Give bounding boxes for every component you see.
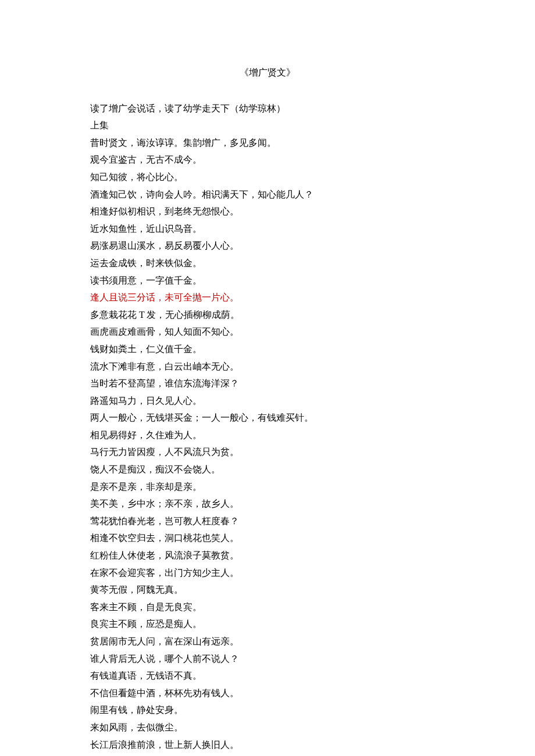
text-line: 画虎画皮难画骨，知人知面不知心。	[90, 323, 445, 341]
text-line: 长江后浪推前浪，世上新人换旧人。	[90, 736, 445, 754]
text-line: 闹里有钱，静处安身。	[90, 701, 445, 719]
text-line: 路遥知马力，日久见人心。	[90, 392, 445, 410]
text-line: 相见易得好，久住难为人。	[90, 427, 445, 444]
text-line: 饶人不是痴汉，痴汉不会饶人。	[90, 461, 445, 478]
text-line: 谁人背后无人说，哪个人前不说人？	[90, 650, 445, 668]
text-line: 相逢好似初相识，到老终无怨恨心。	[90, 203, 445, 220]
text-line: 红粉佳人休使老，风流浪子莫教贫。	[90, 547, 445, 564]
text-line: 两人一般心，无钱堪买金；一人一般心，有钱难买针。	[90, 409, 445, 427]
text-line: 近水知鱼性，近山识鸟音。	[90, 220, 445, 238]
text-line: 客来主不顾，自是无良宾。	[90, 599, 445, 616]
text-line: 黄芩无假，阿魏无真。	[90, 581, 445, 599]
text-line: 运去金成铁，时来铁似金。	[90, 255, 445, 272]
text-line: 良宾主不顾，应恐是痴人。	[90, 615, 445, 633]
text-line: 易涨易退山溪水，易反易覆小人心。	[90, 237, 445, 255]
text-line: 读书须用意，一字值千金。	[90, 272, 445, 289]
text-line: 不信但看筵中酒，杯杯先劝有钱人。	[90, 685, 445, 702]
document-title: 《增广贤文》	[90, 64, 445, 81]
text-line: 有钱道真语，无钱语不真。	[90, 667, 445, 685]
text-line: 昔时贤文，诲汝谆谆。集韵增广，多见多闻。	[90, 134, 445, 152]
text-line: 逢人且说三分话，未可全抛一片心。	[90, 289, 445, 306]
text-line: 莺花犹怕春光老，岂可教人枉度春？	[90, 513, 445, 530]
text-line: 钱财如粪土，仁义值千金。	[90, 341, 445, 358]
text-line: 在家不会迎宾客，出门方知少主人。	[90, 564, 445, 582]
text-line: 是亲不是亲，非亲却是亲。	[90, 478, 445, 496]
text-line: 相逢不饮空归去，洞口桃花也笑人。	[90, 529, 445, 547]
text-line: 上集	[90, 117, 445, 134]
text-line: 酒逢知己饮，诗向会人吟。相识满天下，知心能几人？	[90, 186, 445, 203]
text-line: 读了增广会说话，读了幼学走天下（幼学琼林）	[90, 100, 445, 117]
text-line: 美不美，乡中水；亲不亲，故乡人。	[90, 495, 445, 513]
text-line: 当时若不登高望，谁信东流海洋深？	[90, 375, 445, 392]
text-line: 马行无力皆因瘦，人不风流只为贫。	[90, 443, 445, 461]
document-page: 《增广贤文》 读了增广会说话，读了幼学走天下（幼学琼林）上集昔时贤文，诲汝谆谆。…	[0, 0, 535, 756]
text-line: 多意栽花花 T 发，无心插柳柳成荫。	[90, 306, 445, 324]
text-line: 贫居闹市无人问，富在深山有远亲。	[90, 633, 445, 650]
text-line: 知己知彼，将心比心。	[90, 169, 445, 186]
text-line: 观今宜鉴古，无古不成今。	[90, 151, 445, 169]
text-line: 流水下滩非有意，白云出岫本无心。	[90, 358, 445, 375]
text-line: 近水楼台先得月，向阳花木早逢春。	[90, 753, 445, 756]
text-line: 来如风雨，去似微尘。	[90, 719, 445, 736]
document-content: 读了增广会说话，读了幼学走天下（幼学琼林）上集昔时贤文，诲汝谆谆。集韵增广，多见…	[90, 100, 445, 756]
